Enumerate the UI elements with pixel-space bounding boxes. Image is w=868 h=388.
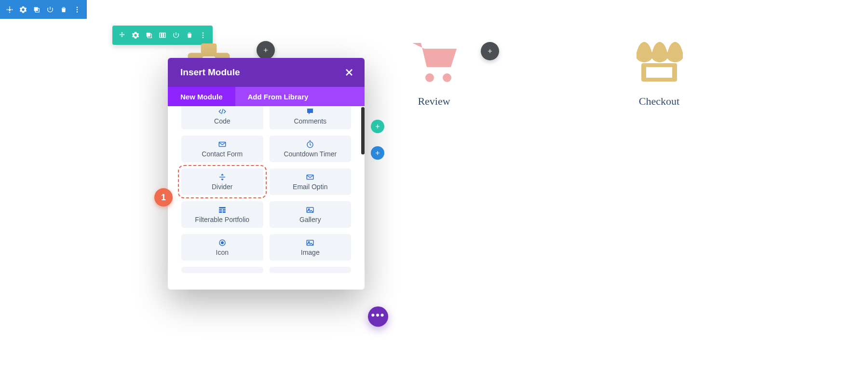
svg-point-17: [443, 73, 451, 82]
svg-point-16: [425, 73, 434, 82]
add-section-button[interactable]: [371, 146, 384, 160]
add-column-button[interactable]: [257, 41, 275, 59]
module-divider[interactable]: Divider: [181, 168, 263, 195]
column-label: Checkout: [639, 95, 679, 108]
modal-header: Insert Module: [168, 58, 365, 87]
svg-rect-14: [201, 43, 217, 54]
svg-rect-9: [164, 33, 165, 37]
svg-rect-19: [646, 67, 672, 78]
module-label: Gallery: [299, 216, 321, 223]
svg-point-3: [77, 9, 78, 10]
add-row-button[interactable]: [371, 120, 384, 133]
storefront-icon: [633, 38, 686, 85]
svg-rect-26: [219, 211, 222, 213]
svg-rect-7: [160, 33, 161, 37]
delete-icon[interactable]: [57, 3, 70, 16]
module-label: Image: [301, 249, 320, 256]
svg-point-31: [221, 242, 224, 244]
module-label: Countdown Timer: [284, 150, 337, 158]
move-icon[interactable]: [3, 3, 16, 16]
modal-tabs: New Module Add From Library: [168, 87, 365, 106]
column-checkout: Checkout: [547, 38, 772, 108]
module-label: Icon: [216, 249, 229, 256]
duplicate-icon[interactable]: [30, 3, 43, 16]
envelope-icon: [306, 173, 314, 181]
module-gallery[interactable]: Gallery: [270, 201, 352, 228]
scrollbar-thumb[interactable]: [361, 107, 365, 154]
module-countdown-timer[interactable]: Countdown Timer: [270, 136, 352, 162]
svg-rect-24: [219, 209, 222, 211]
ellipsis-icon: •••: [371, 310, 385, 320]
add-column-button[interactable]: [481, 42, 499, 60]
settings-icon[interactable]: [16, 3, 30, 16]
module-contact-form[interactable]: Contact Form: [181, 136, 263, 162]
insert-module-modal: Insert Module New Module Add From Librar…: [168, 58, 365, 290]
svg-rect-0: [34, 7, 38, 11]
divider-icon: [218, 173, 227, 181]
module-label: Divider: [212, 183, 233, 191]
module-comments[interactable]: Comments: [270, 106, 352, 129]
module-label: Email Optin: [293, 183, 327, 191]
module-icon[interactable]: Icon: [181, 234, 263, 261]
module-label: Filterable Portfolio: [195, 216, 249, 223]
module-card[interactable]: [270, 267, 352, 273]
tab-add-from-library[interactable]: Add From Library: [235, 87, 321, 106]
module-image[interactable]: Image: [270, 234, 352, 261]
tab-new-module[interactable]: New Module: [168, 87, 235, 106]
more-icon[interactable]: [70, 3, 84, 16]
code-icon: [218, 107, 227, 116]
svg-rect-27: [223, 211, 226, 213]
modal-body: Code Comments Contact Form Countdown Tim…: [168, 106, 365, 290]
module-label: Code: [214, 117, 230, 125]
close-icon[interactable]: [343, 67, 355, 78]
svg-point-11: [203, 35, 204, 36]
svg-rect-23: [219, 207, 226, 208]
svg-rect-5: [147, 33, 150, 37]
svg-rect-8: [162, 33, 163, 37]
target-icon: [218, 238, 227, 247]
svg-point-2: [77, 7, 78, 8]
modal-title: Insert Module: [180, 67, 240, 78]
svg-point-4: [77, 11, 78, 13]
builder-fab[interactable]: •••: [368, 306, 388, 327]
svg-rect-25: [223, 209, 226, 211]
module-filterable-portfolio[interactable]: Filterable Portfolio: [181, 201, 263, 228]
comments-icon: [306, 107, 314, 116]
svg-point-10: [203, 32, 204, 34]
module-label: Contact Form: [202, 150, 243, 158]
column-label: Review: [418, 95, 450, 108]
module-code[interactable]: Code: [181, 106, 263, 129]
module-label: Comments: [294, 117, 326, 125]
image-icon: [306, 238, 314, 247]
cart-icon: [407, 38, 461, 85]
callout-badge: 1: [154, 188, 173, 207]
section-toolbar: [0, 0, 87, 19]
grid-icon: [218, 206, 227, 214]
timer-icon: [306, 140, 314, 149]
image-icon: [306, 206, 314, 214]
module-card[interactable]: [181, 267, 263, 273]
module-email-optin[interactable]: Email Optin: [270, 168, 352, 195]
power-icon[interactable]: [43, 3, 57, 16]
envelope-icon: [218, 140, 227, 149]
